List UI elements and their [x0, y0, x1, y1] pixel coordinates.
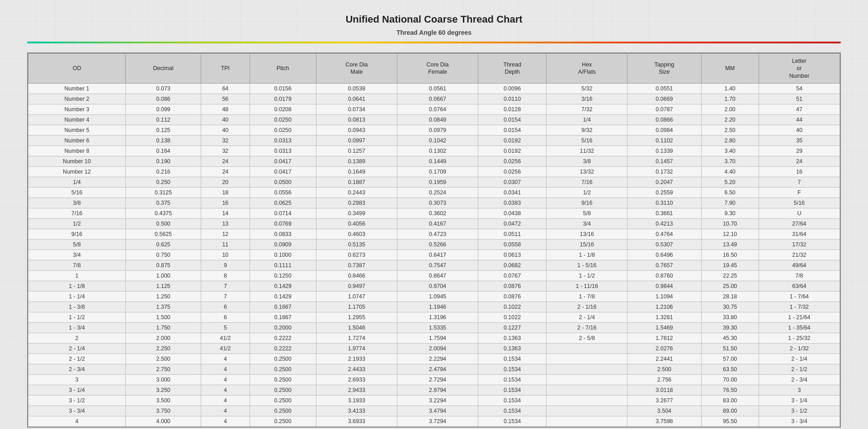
table-cell: 0.2500 — [250, 354, 316, 364]
table-cell: 0.1363 — [478, 333, 546, 343]
table-cell: 4 — [201, 405, 250, 416]
table-cell: 3 - 3/4 — [759, 416, 840, 426]
table-cell: 20 — [201, 177, 250, 187]
table-cell: 3 — [759, 385, 840, 395]
table-cell: 39.30 — [701, 322, 759, 333]
table-cell: 4 — [28, 416, 126, 426]
table-cell: 2 — [28, 333, 126, 343]
table-cell: 2.000 — [126, 333, 201, 343]
table-cell: 2.750 — [126, 364, 201, 374]
table-cell: 12.10 — [701, 229, 759, 239]
table-cell: 2.500 — [627, 364, 701, 374]
table-cell: 3.6933 — [316, 416, 397, 426]
table-cell: 1.7274 — [316, 333, 397, 343]
table-cell: 0.0625 — [250, 198, 316, 208]
table-cell: 1 — [28, 270, 126, 281]
table-cell: 0.1111 — [250, 260, 316, 270]
table-cell: 2.9433 — [316, 385, 397, 395]
table-cell: 0.1534 — [478, 385, 546, 395]
table-cell: 0.9497 — [316, 281, 397, 291]
table-cell: 0.0472 — [478, 218, 546, 229]
table-cell: 1.125 — [126, 281, 201, 291]
table-cell: 54 — [759, 83, 840, 94]
table-cell: 2.4794 — [397, 364, 478, 374]
table-cell: 0.0154 — [478, 125, 546, 135]
table-cell: 0.0849 — [397, 114, 478, 125]
table-cell: 15/16 — [547, 239, 627, 250]
table-cell: 56 — [201, 94, 250, 104]
table-cell: 3.750 — [126, 405, 201, 416]
table-cell: 3/8 — [547, 156, 627, 166]
table-cell: 0.0764 — [397, 104, 478, 114]
table-cell: 3.4794 — [397, 405, 478, 416]
table-cell: 1 - 1/8 — [28, 281, 126, 291]
table-row: 2 - 3/42.75040.25002.44332.47940.15342.5… — [28, 364, 840, 374]
table-cell: 0.250 — [126, 177, 201, 187]
table-cell: 2 - 1/4 — [759, 354, 840, 364]
table-cell: 0.8647 — [397, 270, 478, 281]
table-cell: 0.0417 — [250, 156, 316, 166]
table-cell: 41/2 — [201, 343, 250, 354]
table-cell: 0.2222 — [250, 343, 316, 354]
table-cell: 0.0250 — [250, 125, 316, 135]
table-cell: 0.2500 — [250, 416, 316, 426]
table-cell: 1.1094 — [627, 291, 701, 302]
table-cell: 0.1732 — [627, 166, 701, 177]
table-cell: 0.1534 — [478, 416, 546, 426]
table-cell: U — [759, 208, 840, 218]
col-header-mm: MM — [701, 54, 759, 84]
table-cell: 1.0747 — [316, 291, 397, 302]
table-cell: 16 — [759, 166, 840, 177]
table-cell: 2.50 — [701, 125, 759, 135]
table-cell: 4 — [201, 385, 250, 395]
table-cell: 0.0383 — [478, 198, 546, 208]
table-cell: 63.50 — [701, 364, 759, 374]
table-row: 44.00040.25003.69333.72940.15343.759895.… — [28, 416, 840, 426]
table-cell: 0.0556 — [250, 187, 316, 198]
table-cell: 2.0094 — [397, 343, 478, 354]
table-cell: 0.0876 — [478, 281, 546, 291]
table-cell: 0.6496 — [627, 250, 701, 260]
table-row: 3 - 1/23.50040.25003.19333.22940.15343.2… — [28, 395, 840, 405]
table-cell: 0.0307 — [478, 177, 546, 187]
table-cell: 1/4 — [28, 177, 126, 187]
table-cell: 1 - 1/2 — [28, 312, 126, 322]
table-cell: 0.0096 — [478, 83, 546, 94]
table-cell: 5.20 — [701, 177, 759, 187]
table-cell: 7/8 — [759, 270, 840, 281]
table-row: 9/160.5625120.08330.46030.47230.051113/1… — [28, 229, 840, 239]
table-cell: Number 12 — [28, 166, 126, 177]
table-cell: 0.0767 — [478, 270, 546, 281]
table-cell: 2 - 7/16 — [547, 322, 627, 333]
table-cell: 2.1933 — [316, 354, 397, 364]
table-cell: 0.4723 — [397, 229, 478, 239]
col-header-hex-aflats: HexA/Flats — [547, 54, 627, 84]
table-cell: 10 — [201, 250, 250, 260]
table-cell: 0.138 — [126, 135, 201, 146]
table-cell: 0.0943 — [316, 125, 397, 135]
table-cell: 9/32 — [547, 125, 627, 135]
table-cell: 13.49 — [701, 239, 759, 250]
table-cell: 1 - 25/32 — [759, 333, 840, 343]
table-cell: 0.1257 — [316, 146, 397, 156]
table-cell: 0.1667 — [250, 302, 316, 312]
table-cell: 0.0558 — [478, 239, 546, 250]
table-cell: 0.2559 — [627, 187, 701, 198]
table-cell: 13/32 — [547, 166, 627, 177]
table-cell: 0.0714 — [250, 208, 316, 218]
table-cell: 13/16 — [547, 229, 627, 239]
table-cell: 29 — [759, 146, 840, 156]
table-row: 22.00041/20.22221.72741.75940.13632 - 5/… — [28, 333, 840, 343]
table-cell: 0.0313 — [250, 146, 316, 156]
table-cell: 49/64 — [759, 260, 840, 270]
table-cell: 0.1363 — [478, 343, 546, 354]
table-cell: 95.50 — [701, 416, 759, 426]
table-cell: 0.6417 — [397, 250, 478, 260]
table-cell: 0.0682 — [478, 260, 546, 270]
table-row: 11.00080.12500.84660.86470.07671 - 1/20.… — [28, 270, 840, 281]
col-header-pitch: Pitch — [250, 54, 316, 84]
table-cell: 1.2955 — [316, 312, 397, 322]
table-cell: 1 - 1/8 — [547, 250, 627, 260]
table-cell: 35 — [759, 135, 840, 146]
table-cell: 3.250 — [126, 385, 201, 395]
